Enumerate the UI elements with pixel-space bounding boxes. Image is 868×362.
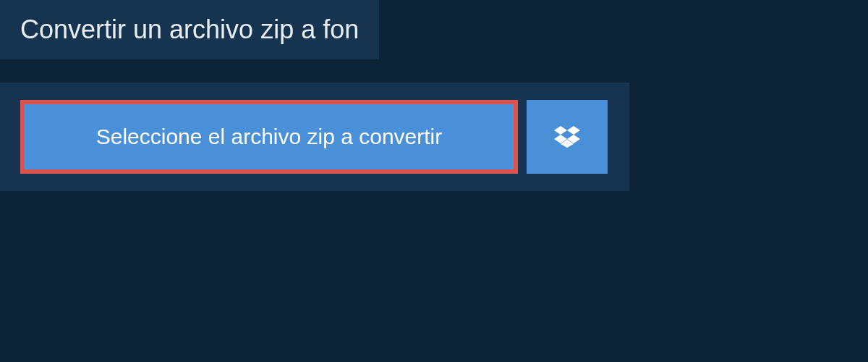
file-select-panel: Seleccione el archivo zip a convertir bbox=[0, 83, 629, 191]
page-title: Convertir un archivo zip a fon bbox=[20, 14, 359, 45]
dropbox-button[interactable] bbox=[527, 100, 608, 174]
dropbox-icon bbox=[554, 124, 580, 150]
select-file-button[interactable]: Seleccione el archivo zip a convertir bbox=[20, 100, 518, 174]
button-row: Seleccione el archivo zip a convertir bbox=[20, 100, 609, 174]
header-bar: Convertir un archivo zip a fon bbox=[0, 0, 379, 59]
